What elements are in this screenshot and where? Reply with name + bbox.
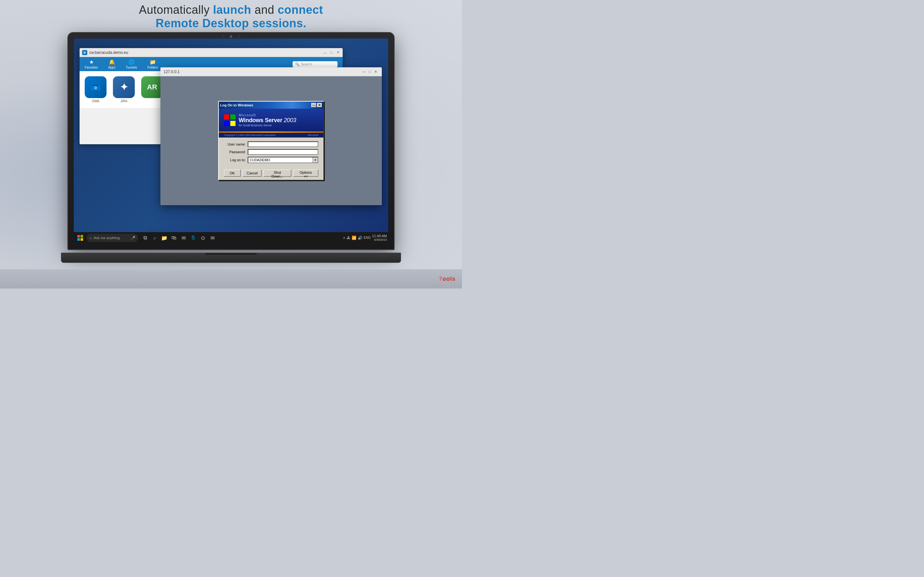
camera-dot-right (237, 35, 240, 38)
flag-yellow (230, 121, 236, 126)
dialog-close-btn[interactable]: ✕ (317, 103, 322, 107)
rdp-window[interactable]: 127.0.0.1 — □ ✕ Log On to Windows — (160, 67, 382, 205)
app-icon-owa: O (85, 76, 107, 98)
toolbar-apps[interactable]: 🔔 Apps (108, 59, 115, 69)
username-row: User name: (224, 141, 318, 147)
logo-red (78, 235, 80, 237)
svg-text:O: O (94, 86, 97, 90)
laptop-bezel: B cw.barracuda.demo.eu — □ ✕ ★ Favorites (67, 32, 395, 250)
app-icon-ar: AR (141, 76, 163, 98)
search-circle-icon: ○ (89, 235, 92, 240)
dialog-buttons: OK Cancel Shut Down... Options << (219, 168, 323, 180)
logo-blue (78, 238, 80, 241)
rdp-close-btn[interactable]: ✕ (373, 69, 379, 75)
bottom-bar: 7ools (0, 269, 462, 288)
edge-icon[interactable]: ℯ (150, 234, 159, 242)
taskbar-search[interactable]: ○ Ask me anything 🎤 (87, 234, 138, 242)
headline-line2: Remote Desktop sessions. (0, 17, 462, 30)
windows-desktop: B cw.barracuda.demo.eu — □ ✕ ★ Favorites (74, 39, 388, 243)
camera-notch (222, 35, 240, 38)
store-icon[interactable]: 🛍 (170, 234, 178, 242)
browser-minimize-btn[interactable]: — (323, 50, 327, 55)
laptop: B cw.barracuda.demo.eu — □ ✕ ★ Favorites (67, 32, 395, 263)
server-banner: Microsoft Windows Server 2003 for Small … (219, 109, 323, 131)
logo-green (81, 235, 83, 237)
cancel-button[interactable]: Cancel (242, 169, 262, 177)
browser-maximize-btn[interactable]: □ (329, 50, 334, 55)
dialog-title: Log On to Windows (220, 103, 253, 107)
dialog-minimize-btn[interactable]: — (311, 103, 317, 107)
toolbar-folders[interactable]: 📁 Folders (147, 59, 158, 69)
app-owa[interactable]: O OWA (85, 76, 107, 103)
logon-dropdown-arrow[interactable]: ▼ (312, 157, 318, 163)
logon-select[interactable]: CUDADEMO ▼ (248, 157, 318, 163)
app-icon-jira: ✦ (113, 76, 135, 98)
toolbar-tunnels[interactable]: 🌐 Tunnels (126, 59, 137, 69)
brand-accent: ools (443, 276, 456, 282)
win-login-dialog: Log On to Windows — ✕ (218, 101, 324, 181)
laptop-base (61, 253, 401, 263)
app-label-owa: OWA (92, 99, 99, 103)
app-label-jira: JIRA (120, 99, 128, 103)
app-jira[interactable]: ✦ JIRA (113, 76, 135, 103)
logon-value: CUDADEMO (250, 158, 270, 162)
dialog-titlebar: Log On to Windows — ✕ (219, 102, 323, 109)
ok-button[interactable]: OK (224, 169, 241, 177)
browser-titlebar: B cw.barracuda.demo.eu — □ ✕ (79, 48, 342, 57)
username-input[interactable] (248, 141, 318, 147)
brand-logo: 7ools (439, 276, 456, 282)
msg-icon[interactable]: ✉ (208, 234, 217, 242)
options-button[interactable]: Options << (293, 169, 318, 177)
laptop-screen: B cw.barracuda.demo.eu — □ ✕ ★ Favorites (74, 39, 388, 243)
shutdown-button[interactable]: Shut Down... (263, 169, 291, 177)
explorer-icon[interactable]: 📁 (160, 234, 169, 242)
password-row: Password: (224, 149, 318, 155)
mail-icon[interactable]: ✉ (179, 234, 188, 242)
logo-yellow (81, 238, 83, 241)
taskbar-search-text: Ask me anything (94, 236, 120, 240)
app-ar[interactable]: AR (141, 76, 163, 103)
rdp-title: 127.0.0.1 (164, 69, 361, 74)
taskbar-icons: ⧉ ℯ 📁 🛍 ✉ S ⊙ ✉ (141, 234, 217, 242)
chevron-icon[interactable]: ∧ (343, 236, 345, 239)
skype-icon[interactable]: S (189, 234, 198, 242)
volume-icon[interactable]: 🔊 (358, 235, 363, 240)
folders-icon: 📁 (150, 59, 156, 65)
browser-url[interactable]: cw.barracuda.demo.eu (89, 50, 321, 55)
rdp-content: Log On to Windows — ✕ (160, 76, 382, 205)
system-tray: ∧ 🖧 📶 🔊 ENG 11:48 AM 6/30/2015 (343, 234, 387, 242)
toolbar-favorites[interactable]: ★ Favorites (85, 59, 98, 69)
rdp-minimize-btn[interactable]: — (361, 69, 367, 75)
browser-favicon: B (82, 50, 87, 55)
server-edition: for Small Business Server (239, 124, 296, 127)
logon-label: Log on to: (224, 158, 246, 162)
headline: Automatically launch and connect Remote … (0, 3, 462, 30)
logon-row: Log on to: CUDADEMO ▼ (224, 157, 318, 163)
headline-line1: Automatically launch and connect (0, 3, 462, 17)
media-icon[interactable]: ⊙ (198, 234, 207, 242)
tunnels-icon: 🌐 (128, 59, 135, 65)
clock-date: 6/30/2015 (372, 238, 387, 242)
network-icon: 🖧 (347, 235, 351, 240)
camera-dot-center (230, 35, 232, 38)
taskview-icon[interactable]: ⧉ (141, 234, 150, 242)
password-label: Password: (224, 150, 246, 154)
wifi-icon: 📶 (352, 235, 357, 240)
svg-rect-1 (92, 85, 99, 86)
browser-close-btn[interactable]: ✕ (336, 50, 340, 55)
rdp-maximize-btn[interactable]: □ (367, 69, 373, 75)
copyright-bar: Copyright © 1985-2003 Microsoft Corporat… (219, 133, 323, 137)
password-input[interactable] (248, 149, 318, 155)
flag-green (230, 114, 236, 119)
search-icon: 🔍 (295, 62, 300, 66)
system-clock: 11:48 AM 6/30/2015 (372, 234, 387, 242)
camera-dot-left (222, 35, 225, 38)
start-button[interactable] (75, 234, 86, 242)
browser-search-box[interactable]: 🔍 Search (292, 61, 338, 67)
flag-blue-quad (224, 121, 229, 126)
laptop-hinge (205, 253, 257, 255)
windows-flag-logo (224, 114, 236, 126)
server-text: Microsoft Windows Server 2003 for Small … (239, 113, 296, 127)
ms-logo-text: Microsoft (308, 134, 318, 137)
username-label: User name: (224, 142, 246, 146)
